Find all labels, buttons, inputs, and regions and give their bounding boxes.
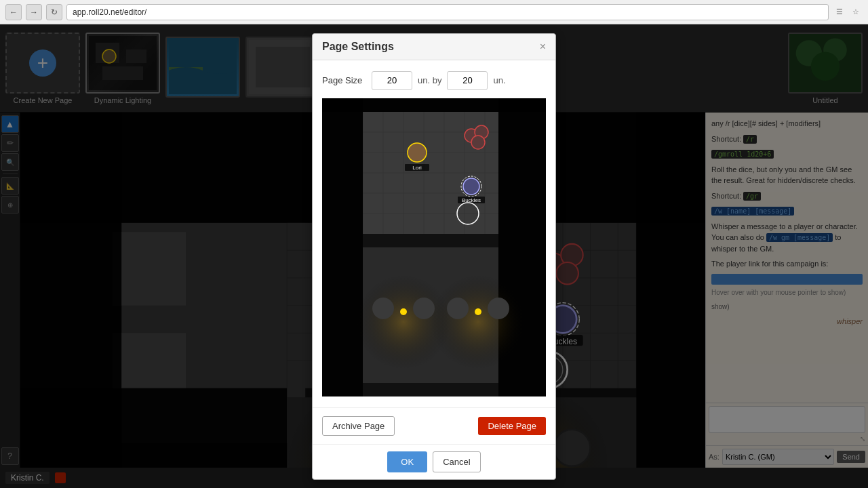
svg-rect-88 [322,98,546,112]
svg-point-107 [488,298,509,319]
svg-point-104 [372,298,394,319]
center-delete: Delete Page [478,417,546,435]
modal-close-button[interactable]: × [540,41,546,52]
page-size-label: Page Size [322,75,366,85]
svg-point-94 [471,136,485,149]
modal-footer: Archive Page Delete Page [313,407,555,444]
page-height-input[interactable] [447,71,488,90]
modal-header: Page Settings × [313,34,555,60]
modal-map-svg: Lori Buckles [322,98,546,396]
svg-point-95 [463,178,479,195]
cancel-button[interactable]: Cancel [433,451,480,472]
page-width-input[interactable] [372,71,412,90]
svg-rect-86 [322,98,363,396]
refresh-button[interactable]: ↻ [46,4,62,20]
browser-chrome: ← → ↻ app.roll20.net/editor/ ☰ ☆ [0,0,868,24]
modal-body: Page Size un. by un. [313,60,555,407]
svg-point-103 [475,308,481,315]
ok-button[interactable]: OK [387,451,427,472]
svg-text:Buckles: Buckles [462,197,481,203]
modal-title: Page Settings [322,41,394,53]
svg-text:Lori: Lori [412,165,422,171]
browser-star-icon[interactable]: ☆ [849,5,863,19]
delete-page-button[interactable]: Delete Page [478,417,546,435]
left-footer-buttons: Archive Page [322,416,395,436]
url-bar[interactable]: app.roll20.net/editor/ [66,4,829,20]
modal-ok-cancel-row: OK Cancel [313,444,555,479]
page-size-row: Page Size un. by un. [322,71,546,90]
back-button[interactable]: ← [5,4,22,20]
svg-point-106 [447,298,469,319]
svg-point-101 [431,274,526,369]
page-settings-modal: Page Settings × Page Size un. by un. [312,33,556,480]
svg-point-105 [413,298,435,319]
modal-overlay: Page Settings × Page Size un. by un. [0,24,868,488]
archive-page-button[interactable]: Archive Page [322,416,395,436]
svg-point-102 [400,308,407,315]
forward-button[interactable]: → [26,4,42,20]
svg-point-89 [408,143,427,162]
unit-label: un. [493,75,505,85]
by-separator: un. by [418,75,441,85]
modal-map-preview: Lori Buckles [322,98,546,396]
browser-menu-icon[interactable]: ☰ [833,5,846,19]
